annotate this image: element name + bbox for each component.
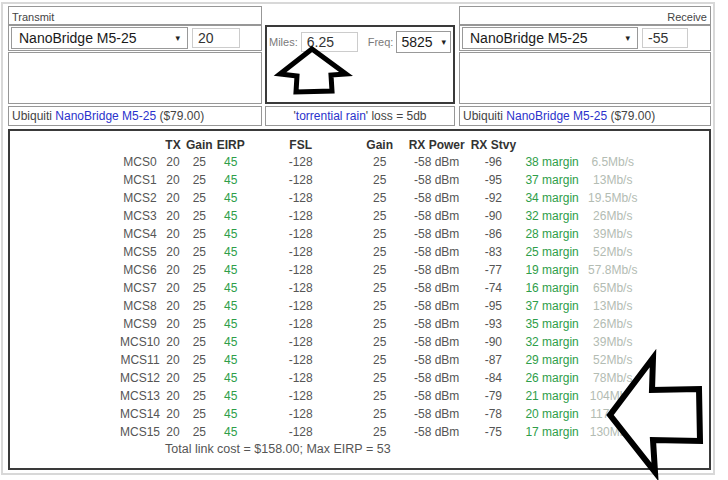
transmit-name-input[interactable] — [9, 9, 261, 26]
cell-mcs: MCS4 — [118, 225, 162, 243]
cell-gain2: 25 — [355, 405, 405, 423]
cell-fsl: -128 — [247, 225, 355, 243]
receive-name-input[interactable] — [460, 9, 710, 26]
cell-mcs: MCS8 — [118, 297, 162, 315]
cell-mcs: MCS2 — [118, 189, 162, 207]
cell-eirp: 45 — [215, 225, 247, 243]
cell-fsl: -128 — [247, 405, 355, 423]
table-row: MCS8202545-12825-58 dBm-9537 margin13Mb/… — [118, 297, 639, 315]
cell-rx_stvy: -79 — [469, 387, 518, 405]
cell-gain2: 25 — [355, 261, 405, 279]
cell-tx: 20 — [162, 207, 184, 225]
cell-rx_stvy: -90 — [469, 207, 518, 225]
cell-margin: 21 margin — [518, 387, 586, 405]
transmit-device-select[interactable]: NanoBridge M5-25 ▾ — [11, 27, 188, 49]
cell-tx: 20 — [162, 153, 184, 171]
receive-notes-textarea[interactable] — [459, 52, 711, 104]
transmit-device-value: NanoBridge M5-25 — [19, 30, 137, 46]
cell-mcs: MCS15 — [118, 423, 162, 441]
rain-link[interactable]: torrential rain — [296, 109, 366, 123]
cell-tx: 20 — [162, 405, 184, 423]
freq-select[interactable]: 5825 ▾ — [396, 31, 451, 53]
cell-tx: 20 — [162, 423, 184, 441]
column-header: Gain — [184, 136, 215, 153]
cell-gain2: 25 — [355, 387, 405, 405]
cell-fsl: -128 — [247, 171, 355, 189]
cell-margin: 37 margin — [518, 171, 586, 189]
cell-margin: 32 margin — [518, 207, 586, 225]
cell-margin: 32 margin — [518, 333, 586, 351]
cell-rx_power: -58 dBm — [405, 243, 469, 261]
table-row: MCS4202545-12825-58 dBm-8628 margin39Mb/… — [118, 225, 639, 243]
cell-rx_power: -58 dBm — [405, 423, 469, 441]
cell-rx_stvy: -95 — [469, 171, 518, 189]
cell-rx_stvy: -77 — [469, 261, 518, 279]
cell-tx: 20 — [162, 297, 184, 315]
receive-device-value: NanoBridge M5-25 — [470, 30, 588, 46]
cell-gain2: 25 — [355, 279, 405, 297]
miles-input[interactable] — [301, 32, 358, 52]
cell-tx: 20 — [162, 243, 184, 261]
cell-rx_power: -58 dBm — [405, 351, 469, 369]
table-row: MCS6202545-12825-58 dBm-7719 margin57.8M… — [118, 261, 639, 279]
results-box: TXGainEIRPFSLGainRX PowerRX Stvy MCS0202… — [8, 129, 711, 470]
table-row: MCS1202545-12825-58 dBm-9537 margin13Mb/… — [118, 171, 639, 189]
cell-rate: 39Mb/s — [586, 333, 639, 351]
cell-eirp: 45 — [215, 153, 247, 171]
transmit-notes-textarea[interactable] — [8, 52, 262, 104]
cell-rx_stvy: -90 — [469, 333, 518, 351]
cell-mcs: MCS14 — [118, 405, 162, 423]
total-cost-summary: Total link cost = $158.00; Max EIRP = 53 — [165, 442, 709, 456]
column-header: RX Power — [405, 136, 469, 153]
table-row: MCS3202545-12825-58 dBm-9032 margin26Mb/… — [118, 207, 639, 225]
cell-gain2: 25 — [355, 423, 405, 441]
cell-rx_stvy: -84 — [469, 369, 518, 387]
transmit-price-box: Ubiquiti NanoBridge M5-25 ($79.00) — [8, 106, 262, 126]
cell-tx: 20 — [162, 225, 184, 243]
cell-margin: 34 margin — [518, 189, 586, 207]
cell-gain2: 25 — [355, 153, 405, 171]
cell-rx_power: -58 dBm — [405, 261, 469, 279]
cell-gain: 25 — [184, 261, 215, 279]
cell-mcs: MCS13 — [118, 387, 162, 405]
receive-device-select[interactable]: NanoBridge M5-25 ▾ — [462, 27, 638, 49]
column-header: FSL — [247, 136, 355, 153]
cell-margin: 28 margin — [518, 225, 586, 243]
cell-margin: 35 margin — [518, 315, 586, 333]
transmit-power-input[interactable] — [192, 28, 240, 48]
cell-tx: 20 — [162, 261, 184, 279]
cell-eirp: 45 — [215, 297, 247, 315]
receive-device-link[interactable]: NanoBridge M5-25 — [506, 109, 607, 123]
cell-gain: 25 — [184, 153, 215, 171]
cell-fsl: -128 — [247, 207, 355, 225]
freq-label: Freq: — [368, 36, 394, 48]
cell-gain: 25 — [184, 279, 215, 297]
cell-rate: 13Mb/s — [586, 171, 639, 189]
cell-rate: 26Mb/s — [586, 207, 639, 225]
transmit-price-prefix: Ubiquiti — [12, 109, 55, 123]
cell-gain2: 25 — [355, 369, 405, 387]
cell-gain: 25 — [184, 171, 215, 189]
receive-name-box — [459, 6, 711, 25]
cell-fsl: -128 — [247, 261, 355, 279]
cell-gain: 25 — [184, 351, 215, 369]
cell-mcs: MCS5 — [118, 243, 162, 261]
cell-rx_stvy: -83 — [469, 243, 518, 261]
transmit-device-link[interactable]: NanoBridge M5-25 — [55, 109, 156, 123]
column-header: Gain — [355, 136, 405, 153]
cell-fsl: -128 — [247, 423, 355, 441]
cell-rx_power: -58 dBm — [405, 297, 469, 315]
rain-loss-text: ' loss = 5db — [366, 109, 427, 123]
cell-rx_stvy: -87 — [469, 351, 518, 369]
cell-margin: 19 margin — [518, 261, 586, 279]
cell-gain: 25 — [184, 423, 215, 441]
cell-gain: 25 — [184, 189, 215, 207]
cell-tx: 20 — [162, 189, 184, 207]
cell-gain: 25 — [184, 243, 215, 261]
column-header: EIRP — [215, 136, 247, 153]
cell-tx: 20 — [162, 387, 184, 405]
cell-eirp: 45 — [215, 189, 247, 207]
receive-price-box: Ubiquiti NanoBridge M5-25 ($79.00) — [459, 106, 711, 126]
receive-signal-input[interactable] — [642, 28, 688, 48]
cell-rx_power: -58 dBm — [405, 171, 469, 189]
